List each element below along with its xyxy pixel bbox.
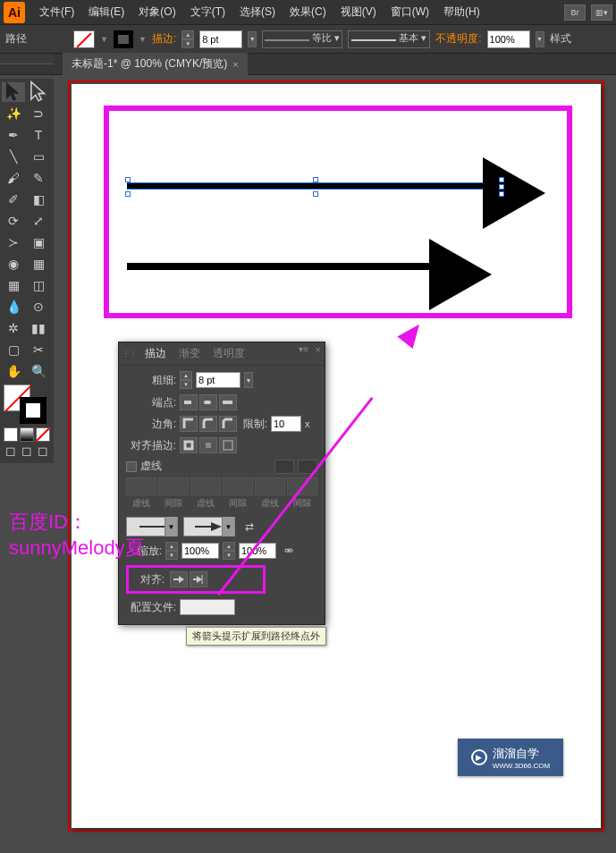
menu-help[interactable]: 帮助(H) bbox=[436, 1, 487, 23]
link-scale-button[interactable]: ⚮ bbox=[280, 542, 298, 560]
stroke-link[interactable]: 描边: bbox=[152, 31, 176, 46]
toolbar-toggle[interactable] bbox=[0, 54, 54, 64]
menu-effect[interactable]: 效果(C) bbox=[283, 1, 333, 23]
bridge-button[interactable]: Br bbox=[564, 4, 586, 21]
type-tool[interactable]: T bbox=[27, 125, 50, 145]
selection-handle[interactable] bbox=[125, 191, 131, 197]
opacity-link[interactable]: 不透明度: bbox=[435, 31, 481, 46]
draw-behind[interactable]: ◻ bbox=[20, 443, 34, 458]
arrow-object-1-selected[interactable] bbox=[127, 182, 494, 190]
cap-projecting-button[interactable] bbox=[219, 394, 237, 410]
perspective-grid-tool[interactable]: ▦ bbox=[27, 254, 50, 274]
document-tab[interactable]: 未标题-1* @ 100% (CMYK/预览) × bbox=[63, 53, 248, 75]
align-arrow-tip-button[interactable] bbox=[190, 571, 207, 587]
panel-tab-transparency[interactable]: 透明度 bbox=[207, 342, 251, 365]
menu-select[interactable]: 选择(S) bbox=[232, 1, 283, 23]
cap-round-button[interactable] bbox=[199, 394, 217, 410]
artboard-tool[interactable]: ▢ bbox=[2, 340, 25, 359]
scale-a-input[interactable] bbox=[181, 543, 219, 559]
dash-preserve-button[interactable] bbox=[274, 460, 294, 474]
gap-input-2[interactable] bbox=[223, 477, 253, 495]
hand-tool[interactable]: ✋ bbox=[2, 361, 25, 381]
stroke-indicator[interactable] bbox=[20, 397, 46, 424]
opacity-input[interactable] bbox=[487, 30, 530, 48]
selection-handle[interactable] bbox=[125, 177, 131, 182]
profile-select[interactable] bbox=[180, 599, 235, 615]
selection-handle[interactable] bbox=[499, 191, 504, 197]
align-stroke-center-button[interactable] bbox=[180, 437, 198, 453]
panel-tab-stroke[interactable]: 描边 bbox=[139, 342, 173, 365]
selection-tool[interactable] bbox=[2, 82, 25, 102]
width-profile-select[interactable]: 等比 ▾ bbox=[262, 30, 342, 48]
mesh-tool[interactable]: ▦ bbox=[2, 275, 25, 295]
symbol-sprayer-tool[interactable]: ✲ bbox=[2, 318, 25, 338]
stroke-weight-stepper[interactable]: ▲▼ bbox=[181, 30, 194, 48]
artboard[interactable]: ⋮⋮ 描边 渐变 透明度 ▾≡ × 粗细: ▲▼ ▼ 端点: bbox=[72, 84, 601, 828]
lasso-tool[interactable]: ⊃ bbox=[27, 104, 50, 123]
corner-bevel-button[interactable] bbox=[219, 416, 237, 432]
tab-close-button[interactable]: × bbox=[232, 59, 238, 70]
free-transform-tool[interactable]: ▣ bbox=[27, 232, 50, 252]
rotate-tool[interactable]: ⟳ bbox=[2, 211, 25, 231]
pencil-tool[interactable]: ✎ bbox=[27, 168, 50, 188]
eyedropper-tool[interactable]: 💧 bbox=[2, 297, 25, 317]
align-stroke-outside-button[interactable] bbox=[219, 437, 237, 453]
fill-swatch[interactable] bbox=[73, 30, 95, 48]
selection-handle[interactable] bbox=[313, 191, 318, 197]
weight-stepper[interactable]: ▲▼ bbox=[180, 371, 192, 389]
menu-view[interactable]: 视图(V) bbox=[333, 1, 384, 23]
fill-stroke-indicator[interactable] bbox=[4, 384, 48, 424]
zoom-tool[interactable]: 🔍 bbox=[27, 361, 50, 381]
weight-dropdown[interactable]: ▼ bbox=[244, 372, 253, 388]
blend-tool[interactable]: ⊙ bbox=[27, 297, 50, 317]
chevron-down-icon[interactable]: ▼ bbox=[100, 35, 108, 44]
limit-input[interactable] bbox=[271, 416, 301, 432]
pen-tool[interactable]: ✒ bbox=[2, 125, 25, 145]
selection-handle[interactable] bbox=[499, 184, 504, 190]
panel-grip-icon[interactable]: ⋮⋮ bbox=[122, 350, 137, 358]
menu-window[interactable]: 窗口(W) bbox=[384, 1, 436, 23]
dash-input-2[interactable] bbox=[190, 477, 221, 495]
menu-edit[interactable]: 编辑(E) bbox=[81, 1, 131, 23]
arrowhead-end-select[interactable]: ▼ bbox=[183, 517, 235, 536]
color-mode-gradient[interactable] bbox=[20, 427, 34, 442]
align-arrow-extend-button[interactable] bbox=[170, 571, 188, 587]
gap-input-1[interactable] bbox=[158, 477, 189, 495]
opacity-dropdown[interactable]: ▼ bbox=[536, 31, 544, 47]
cap-butt-button[interactable] bbox=[180, 394, 198, 410]
panel-tab-gradient[interactable]: 渐变 bbox=[173, 342, 207, 365]
arrange-button[interactable]: ▥▾ bbox=[591, 4, 612, 21]
chevron-down-icon[interactable]: ▼ bbox=[139, 35, 147, 44]
shape-builder-tool[interactable]: ◉ bbox=[2, 254, 25, 274]
panel-menu-icon[interactable]: ▾≡ bbox=[299, 344, 308, 354]
draw-normal[interactable]: ◻ bbox=[4, 443, 18, 458]
selection-handle[interactable] bbox=[499, 177, 504, 182]
stroke-weight-input[interactable] bbox=[199, 30, 242, 48]
line-tool[interactable]: ╲ bbox=[2, 147, 25, 166]
brush-def-select[interactable]: 基本 ▾ bbox=[348, 30, 430, 48]
color-mode-none[interactable] bbox=[36, 427, 50, 442]
width-tool[interactable]: ≻ bbox=[2, 232, 25, 252]
graph-tool[interactable]: ▮▮ bbox=[27, 318, 50, 338]
eraser-tool[interactable]: ◧ bbox=[27, 190, 50, 209]
selection-handle[interactable] bbox=[313, 177, 318, 182]
align-stroke-inside-button[interactable] bbox=[199, 437, 217, 453]
direct-selection-tool[interactable] bbox=[27, 82, 50, 102]
scale-tool[interactable]: ⤢ bbox=[27, 211, 50, 231]
draw-inside[interactable]: ◻ bbox=[36, 443, 50, 458]
stroke-weight-dropdown[interactable]: ▼ bbox=[248, 31, 257, 47]
panel-close-icon[interactable]: × bbox=[316, 344, 321, 355]
dash-input-3[interactable] bbox=[255, 477, 285, 495]
corner-round-button[interactable] bbox=[199, 416, 217, 432]
scale-a-stepper[interactable]: ▲▼ bbox=[165, 542, 178, 560]
weight-input[interactable] bbox=[196, 372, 240, 388]
dash-input-1[interactable] bbox=[126, 477, 156, 495]
paintbrush-tool[interactable]: 🖌 bbox=[2, 168, 25, 188]
dashed-checkbox[interactable] bbox=[126, 461, 137, 472]
arrow-object-2[interactable] bbox=[127, 263, 467, 270]
canvas-area[interactable]: ⋮⋮ 描边 渐变 透明度 ▾≡ × 粗细: ▲▼ ▼ 端点: bbox=[55, 79, 616, 853]
corner-miter-button[interactable] bbox=[180, 416, 198, 432]
menu-object[interactable]: 对象(O) bbox=[131, 1, 182, 23]
menu-file[interactable]: 文件(F) bbox=[32, 1, 81, 23]
menu-type[interactable]: 文字(T) bbox=[183, 1, 232, 23]
